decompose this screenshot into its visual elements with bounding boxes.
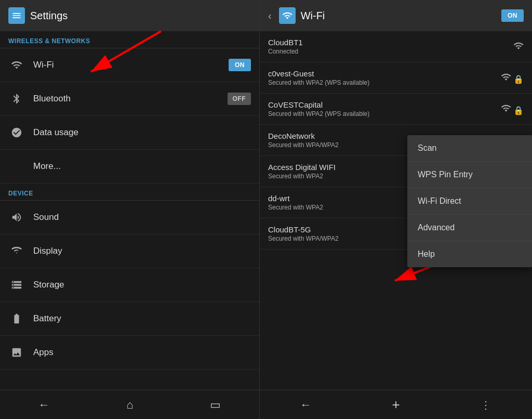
covest-capital-text: CoVESTCapital Secured with WPA2 (WPS ava… xyxy=(268,100,497,117)
c0vest-signal-icon: 🔒 xyxy=(501,72,524,84)
wifi-icon xyxy=(8,57,25,73)
wireless-networks-label: WIRELESS & NETWORKS xyxy=(0,31,259,48)
data-usage-menu-item[interactable]: Data usage xyxy=(0,116,259,150)
c0vest-status: Secured with WPA2 (WPS available) xyxy=(268,79,497,86)
wifi-back-button[interactable]: ‹ xyxy=(268,10,272,22)
wifi-toggle[interactable]: ON xyxy=(229,59,251,71)
cloudbt1-status: Connected xyxy=(268,48,509,55)
display-icon xyxy=(8,243,25,259)
more-label: More... xyxy=(33,161,251,172)
context-help[interactable]: Help xyxy=(407,241,532,267)
storage-menu-item[interactable]: Storage xyxy=(0,268,259,302)
bluetooth-label: Bluetooth xyxy=(33,94,228,104)
home-button-left[interactable]: ⌂ xyxy=(116,394,143,416)
covest-capital-name: CoVESTCapital xyxy=(268,100,497,109)
wifi-menu-item[interactable]: Wi-Fi ON xyxy=(0,48,259,82)
more-menu-item[interactable]: More... xyxy=(0,150,259,184)
wifi-header-icon xyxy=(279,7,296,24)
wifi-header: ‹ Wi-Fi ON xyxy=(260,0,532,31)
wifi-network-covest-capital[interactable]: CoVESTCapital Secured with WPA2 (WPS ava… xyxy=(260,94,532,125)
more-options-button[interactable]: ⋮ xyxy=(470,395,502,415)
c0vest-text: c0vest-Guest Secured with WPA2 (WPS avai… xyxy=(268,69,497,86)
c0vest-name: c0vest-Guest xyxy=(268,69,497,78)
more-icon xyxy=(8,158,25,175)
wifi-network-c0vest[interactable]: c0vest-Guest Secured with WPA2 (WPS avai… xyxy=(260,62,532,94)
covest-capital-signal-icon: 🔒 xyxy=(501,103,524,115)
wifi-label: Wi-Fi xyxy=(33,60,229,70)
covest-capital-status: Secured with WPA2 (WPS available) xyxy=(268,110,497,117)
left-nav-bar: ← ⌂ ▭ xyxy=(0,390,259,419)
battery-label: Battery xyxy=(33,313,251,324)
apps-label: Apps xyxy=(33,347,251,358)
storage-label: Storage xyxy=(33,280,251,290)
sound-icon xyxy=(8,209,25,226)
data-usage-icon xyxy=(8,124,25,141)
battery-menu-item[interactable]: Battery xyxy=(0,302,259,336)
device-label: DEVICE xyxy=(0,184,259,200)
apps-menu-item[interactable]: Apps xyxy=(0,336,259,370)
settings-title: Settings xyxy=(30,10,68,22)
data-usage-label: Data usage xyxy=(33,127,251,138)
wifi-panel-toggle[interactable]: ON xyxy=(501,9,524,22)
context-advanced[interactable]: Advanced xyxy=(407,215,532,241)
right-nav-bar: ← + ⋮ xyxy=(260,390,532,419)
battery-icon xyxy=(8,310,25,327)
context-menu: Scan WPS Pin Entry Wi-Fi Direct Advanced… xyxy=(407,135,532,267)
display-menu-item[interactable]: Display xyxy=(0,234,259,268)
wifi-panel-title: Wi-Fi xyxy=(301,10,496,22)
bluetooth-toggle[interactable]: OFF xyxy=(228,93,251,105)
wifi-panel: ‹ Wi-Fi ON CloudBT1 Connected c0vest-Gue… xyxy=(260,0,532,419)
cloudbt1-name: CloudBT1 xyxy=(268,38,509,47)
wifi-network-cloudbt1[interactable]: CloudBT1 Connected xyxy=(260,31,532,62)
cloudbt1-text: CloudBT1 Connected xyxy=(268,38,509,55)
context-wifi-direct[interactable]: Wi-Fi Direct xyxy=(407,188,532,215)
bluetooth-menu-item[interactable]: Bluetooth OFF xyxy=(0,82,259,116)
display-label: Display xyxy=(33,246,251,256)
settings-panel: Settings WIRELESS & NETWORKS Wi-Fi ON Bl… xyxy=(0,0,260,419)
context-wps-pin[interactable]: WPS Pin Entry xyxy=(407,162,532,188)
back-button-left[interactable]: ← xyxy=(28,394,60,416)
back-button-right[interactable]: ← xyxy=(289,394,322,416)
bluetooth-icon xyxy=(8,90,25,107)
cloudbt1-signal-icon xyxy=(513,41,524,53)
add-network-button[interactable]: + xyxy=(381,392,410,417)
recents-button-left[interactable]: ▭ xyxy=(200,394,231,416)
context-scan[interactable]: Scan xyxy=(407,135,532,162)
settings-app-icon xyxy=(8,7,25,24)
storage-icon xyxy=(8,277,25,293)
settings-header: Settings xyxy=(0,0,259,31)
apps-icon xyxy=(8,344,25,361)
sound-label: Sound xyxy=(33,212,251,222)
sound-menu-item[interactable]: Sound xyxy=(0,201,259,234)
